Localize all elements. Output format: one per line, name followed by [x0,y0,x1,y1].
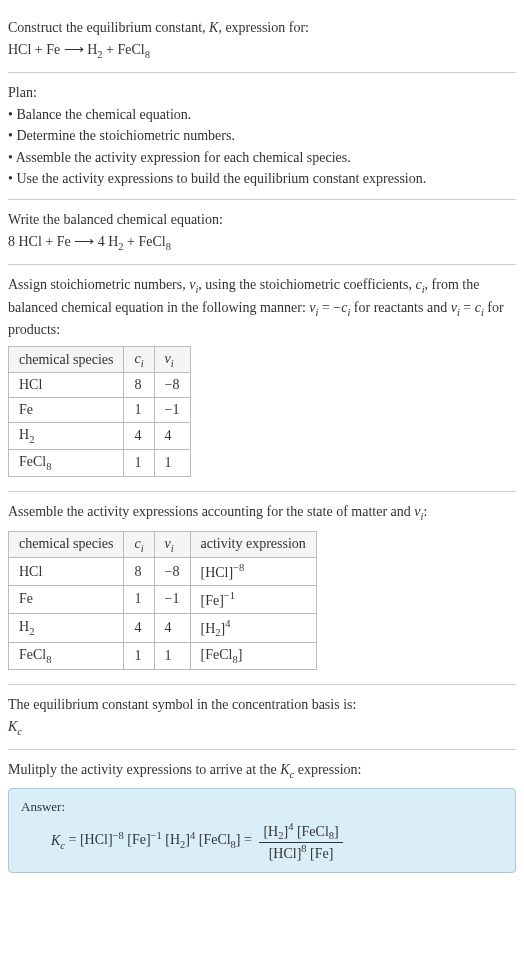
plan-bullet-1: • Balance the chemical equation. [8,105,516,125]
st-b: , using the stoichiometric coefficients, [198,277,415,292]
ans-eq: = [65,833,80,848]
plan-bullet-4: • Use the activity expressions to build … [8,169,516,189]
sp-sub: 8 [46,654,51,665]
sp-a: FeCl [19,454,46,469]
stoich-text: Assign stoichiometric numbers, νi, using… [8,275,516,340]
beq-b: + FeCl [124,234,166,249]
table-row: Fe 1 −1 [Fe]−1 [9,586,317,614]
nu-sym: νi [189,277,198,292]
balanced-heading: Write the balanced chemical equation: [8,210,516,230]
t2: [Fe] [124,833,151,848]
table-row: FeCl8 1 1 [9,450,191,477]
cell-activity: [H2]4 [190,613,316,642]
answer-fraction: [H2]4 [FeCl8][HCl]8 [Fe] [259,821,342,861]
cell-ci: 8 [124,373,154,398]
activity-text: Assemble the activity expressions accoun… [8,502,516,524]
ans-k: K [51,833,60,848]
ab: [HCl] [201,565,234,580]
sp-a: H [19,427,29,442]
answer-box: Answer: Kc = [HCl]−8 [Fe]−1 [H2]4 [FeCl8… [8,788,516,872]
table-row: Fe 1 −1 [9,398,191,423]
rel1: = − [318,300,341,315]
sp-sub: 2 [29,434,34,445]
table-header-row: chemical species ci νi activity expressi… [9,531,317,558]
kc-c: c [17,725,22,736]
balanced-section: Write the balanced chemical equation: 8 … [8,200,516,265]
cell-species: Fe [9,398,124,423]
cell-species: H2 [9,613,124,642]
st-a: Assign stoichiometric numbers, [8,277,189,292]
cell-species: H2 [9,423,124,450]
fba: [HCl] [269,846,302,861]
st-d: for reactants and [350,300,450,315]
kc-symbol: Kc [8,717,516,739]
cell-ci: 1 [124,450,154,477]
table-row: FeCl8 1 1 [FeCl8] [9,643,317,670]
act-a: Assemble the activity expressions accoun… [8,504,414,519]
plan-bullet-2: • Determine the stoichiometric numbers. [8,126,516,146]
th-species: chemical species [9,346,124,373]
fbb: [Fe] [307,846,334,861]
mul-k: Kc [280,762,294,777]
cell-ci: 1 [124,643,154,670]
table-row: H2 4 4 [H2]4 [9,613,317,642]
abb: ] [238,647,243,662]
table-row: HCl 8 −8 [9,373,191,398]
eq-sub2: 8 [145,48,150,59]
ae: 4 [225,618,230,629]
t1: [HCl] [80,833,113,848]
stoich-section: Assign stoichiometric numbers, νi, using… [8,265,516,492]
aba: [H [201,620,216,635]
t4: [FeCl [195,833,230,848]
mul-a: Mulitply the activity expressions to arr… [8,762,280,777]
t3: [H [162,833,180,848]
th-species: chemical species [9,531,124,558]
balanced-equation: 8 HCl + Fe ⟶ 4 H2 + FeCl8 [8,232,516,254]
rel-ci2: ci [475,300,484,315]
t4b: ] = [236,833,256,848]
table-row: HCl 8 −8 [HCl]−8 [9,558,317,586]
unbalanced-equation: HCl + Fe ⟶ H2 + FeCl8 [8,40,516,62]
k-symbol: K [209,20,218,35]
cell-nu: −8 [154,373,190,398]
eq-part-b: + FeCl [103,42,145,57]
rel-nu2: νi [451,300,460,315]
table-row: H2 4 4 [9,423,191,450]
ci-sym: ci [415,277,424,292]
intro-line: Construct the equilibrium constant, K, e… [8,18,516,38]
rel2: = [460,300,475,315]
th-nu: νi [154,531,190,558]
cell-nu: −1 [154,586,190,614]
multiply-section: Mulitply the activity expressions to arr… [8,750,516,881]
activity-table: chemical species ci νi activity expressi… [8,531,317,670]
plan-bullet-3: • Assemble the activity expression for e… [8,148,516,168]
beq-a: 8 HCl + Fe ⟶ 4 H [8,234,118,249]
frac-top: [H2]4 [FeCl8] [259,821,342,842]
intro-text-b: , expression for: [218,20,309,35]
cell-species: FeCl8 [9,643,124,670]
cell-ci: 8 [124,558,154,586]
e2: −1 [151,830,162,841]
cell-species: FeCl8 [9,450,124,477]
sp-sub: 8 [46,461,51,472]
sp-sub: 2 [29,626,34,637]
cell-species: Fe [9,586,124,614]
plan-section: Plan: • Balance the chemical equation. •… [8,73,516,200]
cell-ci: 1 [124,398,154,423]
answer-label: Answer: [21,799,503,815]
cell-species: HCl [9,373,124,398]
fta: [H [263,824,278,839]
cell-activity: [Fe]−1 [190,586,316,614]
answer-equation: Kc = [HCl]−8 [Fe]−1 [H2]4 [FeCl8] = [H2]… [21,821,503,861]
cell-ci: 4 [124,613,154,642]
sp-a: H [19,619,29,634]
aba: [FeCl [201,647,233,662]
intro-section: Construct the equilibrium constant, K, e… [8,8,516,73]
kc-heading: The equilibrium constant symbol in the c… [8,695,516,715]
cell-ci: 4 [124,423,154,450]
th-nu: νi [154,346,190,373]
th-activity: activity expression [190,531,316,558]
cell-activity: [HCl]−8 [190,558,316,586]
cell-nu: 4 [154,423,190,450]
ae: −8 [233,562,244,573]
